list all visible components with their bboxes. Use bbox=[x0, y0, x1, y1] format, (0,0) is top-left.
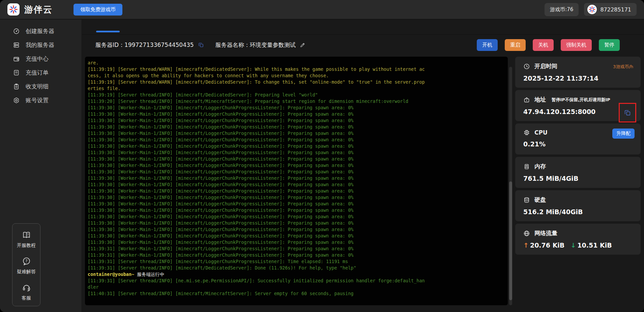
console-line: [11:39:30] [Worker-Main-1/INFO] [minecra… bbox=[88, 175, 508, 181]
upload-value: 20.76 KiB bbox=[530, 242, 564, 249]
clock-icon bbox=[523, 63, 530, 70]
stat-card-value: 2025-12-22 11:37:14 bbox=[523, 75, 633, 82]
console-line: [11:39:31] [Worker-Main-1/INFO] [minecra… bbox=[88, 246, 508, 252]
stat-card-header: 网络流量 bbox=[523, 229, 633, 237]
cpu-icon bbox=[523, 129, 530, 136]
sidebar-item-2[interactable]: 我的服务器 bbox=[0, 38, 82, 52]
stat-card-label: 开启时间 bbox=[534, 62, 557, 70]
svg-text:?: ? bbox=[27, 233, 29, 236]
stat-card-value: 516.2 MiB/40GiB bbox=[523, 208, 633, 216]
power-button[interactable]: 暂停 bbox=[599, 39, 620, 51]
console-line: [11:39:30] [Worker-Main-1/INFO] [minecra… bbox=[88, 239, 508, 246]
stat-card-memory: 内存761.5 MiB/4GiB bbox=[515, 157, 641, 188]
power-buttons-row: 开机重启关机强制关机暂停 bbox=[477, 39, 620, 51]
svg-text:?: ? bbox=[25, 259, 27, 263]
price-rate-tag: 3游戏币/h bbox=[613, 64, 633, 70]
support-icon bbox=[22, 283, 31, 292]
copy-server-id-icon[interactable] bbox=[198, 42, 204, 48]
active-tab-indicator bbox=[96, 31, 120, 32]
copy-address-button[interactable] bbox=[624, 109, 631, 116]
console-line: [11:39:30] [Worker-Main-1/INFO] [minecra… bbox=[88, 137, 508, 143]
console-line: [11:39:30] [Worker-Main-1/INFO] [minecra… bbox=[88, 207, 508, 214]
network-icon bbox=[523, 230, 530, 237]
console-line: [11:39:31] [Server thread/INFO] [ne.mi.s… bbox=[88, 278, 508, 284]
stat-card-label: 内存 bbox=[534, 163, 546, 170]
pinwheel-logo-icon bbox=[9, 5, 18, 14]
copy-icon bbox=[198, 42, 204, 48]
tutorial-icon: ? bbox=[22, 230, 31, 239]
sidebar-item-4[interactable]: 充值订单 bbox=[0, 66, 82, 80]
console-line: [11:39:30] [Worker-Main-1/INFO] [minecra… bbox=[88, 169, 508, 175]
recharge-orders-icon bbox=[13, 69, 20, 76]
console-line: [11:39:30] [Worker-Main-1/INFO] [minecra… bbox=[88, 130, 508, 137]
console-line: [11:39:30] [Worker-Main-1/INFO] [minecra… bbox=[88, 124, 508, 130]
console-scrollbar-thumb[interactable] bbox=[509, 181, 512, 300]
server-stats-panel: 开启时间3游戏币/h2025-12-22 11:37:14地址暂停IP不保留,开… bbox=[515, 57, 641, 255]
user-avatar bbox=[587, 5, 597, 14]
help-item-label: 开服教程 bbox=[17, 243, 36, 249]
console-prompt-user: container@youban~ bbox=[88, 272, 134, 277]
annotation-highlight-box bbox=[619, 103, 636, 122]
console-line: [11:39:30] [Worker-Main-1/INFO] [minecra… bbox=[88, 143, 508, 149]
divider bbox=[82, 34, 644, 35]
main-content: 服务器ID：1997271336754450435 服务器名称：环境变量参数测试… bbox=[82, 20, 644, 312]
help-item-2[interactable]: ?疑难解答 bbox=[17, 257, 36, 275]
account-settings-icon bbox=[13, 97, 20, 104]
power-button[interactable]: 关机 bbox=[533, 39, 554, 51]
stat-card-header: 硬盘 bbox=[523, 196, 633, 204]
server-name-value: 环境变量参数测试 bbox=[250, 41, 296, 49]
console-line: [11:39:30] [Worker-Main-1/INFO] [minecra… bbox=[88, 162, 508, 169]
console-line: [11:39:30] [Worker-Main-1/INFO] [minecra… bbox=[88, 117, 508, 124]
transactions-icon bbox=[13, 83, 20, 90]
help-item-label: 疑难解答 bbox=[17, 269, 36, 275]
power-button[interactable]: 强制关机 bbox=[561, 39, 592, 51]
edit-server-name-icon[interactable] bbox=[300, 42, 305, 48]
pencil-icon bbox=[300, 42, 305, 48]
server-info-bar: 服务器ID：1997271336754450435 服务器名称：环境变量参数测试… bbox=[95, 35, 620, 54]
console-line: are. bbox=[88, 60, 508, 66]
sidebar-item-label: 充值订单 bbox=[26, 69, 49, 77]
stat-card-value: 761.5 MiB/4GiB bbox=[523, 175, 633, 182]
my-servers-icon bbox=[13, 41, 20, 49]
sidebar-item-5[interactable]: 收支明细 bbox=[0, 80, 82, 93]
copy-icon bbox=[624, 109, 631, 116]
console-line: [11:40:31] [Server thread/INFO] [minecra… bbox=[88, 290, 508, 297]
console-prompt-status: 服务端运行中 bbox=[137, 272, 164, 277]
help-item-1[interactable]: ?开服教程 bbox=[17, 230, 36, 249]
console-scrollbar-track[interactable] bbox=[509, 67, 512, 305]
console-line: erties file. bbox=[88, 85, 508, 92]
server-console-log[interactable]: are.[11:39:19] [Server thread/WARN] [min… bbox=[85, 57, 508, 305]
console-line: [11:39:30] [Worker-Main-1/INFO] [minecra… bbox=[88, 156, 508, 162]
power-button[interactable]: 开机 bbox=[477, 39, 498, 51]
console-line: [11:39:30] [Worker-Main-1/INFO] [minecra… bbox=[88, 181, 508, 188]
upgrade-config-button[interactable]: 升降配 bbox=[612, 129, 635, 139]
recharge-center-icon bbox=[13, 55, 20, 62]
power-button[interactable]: 重启 bbox=[505, 39, 526, 51]
stat-card-label: 网络流量 bbox=[534, 229, 557, 237]
console-line: [11:39:31] [Worker-Main-1/INFO] [minecra… bbox=[88, 252, 508, 258]
sidebar-nav: 创建服务器我的服务器充值中心充值订单收支明细账号设置 bbox=[0, 20, 82, 107]
sidebar-item-1[interactable]: 创建服务器 bbox=[0, 24, 82, 38]
stat-card-header: 地址暂停IP不保留,开机后请用新IP bbox=[523, 96, 633, 104]
faq-icon: ? bbox=[22, 257, 31, 266]
stat-card-value: 47.94.120.125:8000 bbox=[523, 108, 633, 115]
stat-card-label: 地址 bbox=[534, 96, 546, 104]
download-value: 10.51 KiB bbox=[577, 242, 612, 249]
help-item-3[interactable]: 客服 bbox=[22, 283, 31, 301]
user-id-label: 872285171 bbox=[600, 6, 631, 13]
console-line: [11:39:19] [Server thread/INFO] [minecra… bbox=[88, 92, 508, 98]
stat-card-network: 网络流量↑20.76 KiB↓10.51 KiB bbox=[515, 224, 641, 255]
console-line: [11:39:30] [Worker-Main-1/INFO] [minecra… bbox=[88, 214, 508, 220]
sidebar-item-3[interactable]: 充值中心 bbox=[0, 52, 82, 66]
console-line: [11:39:30] [Worker-Main-1/INFO] [minecra… bbox=[88, 201, 508, 207]
user-account-menu[interactable]: 872285171 bbox=[584, 3, 637, 16]
download-arrow-icon: ↓ bbox=[570, 242, 576, 249]
top-header: 游伴云 领取免费游戏币 游戏币:76 872285171 bbox=[0, 0, 644, 20]
console-line: [11:39:30] [Worker-Main-1/INFO] [minecra… bbox=[88, 149, 508, 156]
claim-free-coins-button[interactable]: 领取免费游戏币 bbox=[74, 4, 122, 16]
memory-icon bbox=[523, 163, 530, 170]
sidebar-item-label: 账号设置 bbox=[26, 96, 49, 104]
upload-arrow-icon: ↑ bbox=[523, 242, 529, 249]
sidebar-item-6[interactable]: 账号设置 bbox=[0, 93, 82, 107]
console-line: [11:39:19] [Server thread/WARN] [minecra… bbox=[88, 66, 508, 73]
